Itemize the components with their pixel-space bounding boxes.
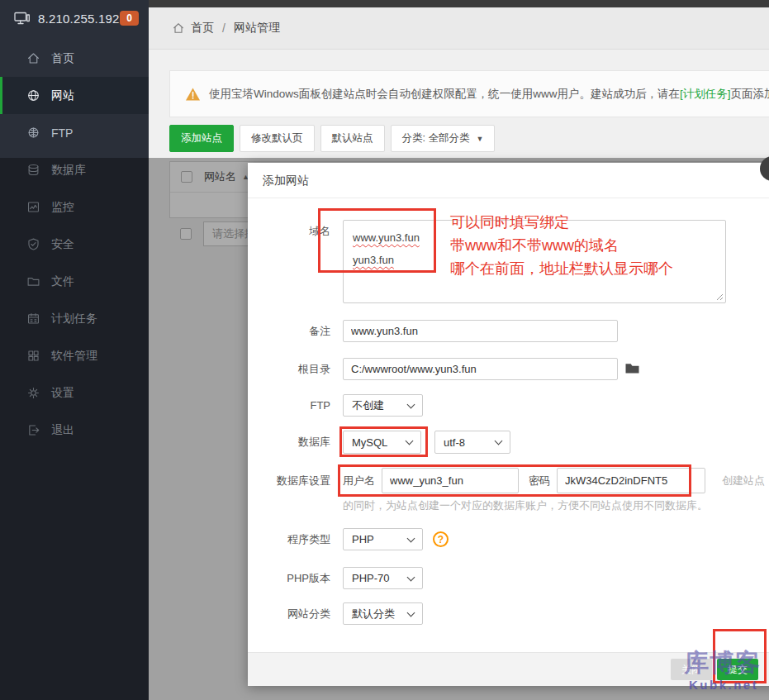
category-filter-dropdown[interactable]: 分类: 全部分类 ▼: [391, 125, 496, 152]
default-site-button[interactable]: 默认站点: [320, 125, 385, 152]
folder-picker-icon[interactable]: [624, 361, 640, 374]
ftp-label: FTP: [248, 394, 330, 417]
database-type-select[interactable]: MySQL: [343, 431, 421, 454]
notice-banner: 使用宝塔Windows面板创建站点时会自动创建权限配置，统一使用www用户。建站…: [169, 70, 769, 117]
php-version-value: PHP-70: [352, 572, 390, 584]
site-category-select[interactable]: 默认分类: [343, 602, 423, 625]
annotation-note: 可以同时填写绑定 带www和不带www的域名 哪个在前面，地址栏默认显示哪个: [450, 211, 673, 280]
chevron-down-icon: [407, 609, 415, 617]
db-settings-inputs: 用户名 密码 创建站点: [343, 468, 765, 493]
db-user-input[interactable]: [382, 468, 519, 493]
root-path-input[interactable]: [343, 358, 618, 380]
sidebar-item-label: 首页: [51, 51, 74, 66]
db-help-line1: 创建站点: [722, 468, 765, 493]
db-pass-label: 密码: [529, 468, 550, 493]
db-settings-fields: 用户名 密码 创建站点 的同时，为站点创建一个对应的数据库账户，方便不同站点使用…: [343, 468, 765, 512]
add-site-button[interactable]: 添加站点: [169, 125, 234, 152]
resize-handle-icon[interactable]: [715, 293, 724, 301]
app-type-select[interactable]: PHP: [343, 528, 423, 550]
form-row-ftp: FTP 不创建: [248, 394, 769, 417]
form-row-db-settings: 数据库设置 用户名 密码 创建站点 的同时，为站点创建一个对应的数据库账户，方便…: [248, 468, 769, 512]
sidebar-item-label: FTP: [51, 126, 73, 140]
annotation-line: 可以同时填写绑定: [450, 211, 673, 234]
breadcrumb-current: 网站管理: [234, 21, 280, 36]
ftp-select-value: 不创建: [352, 398, 384, 413]
sidebar-item-label: 网站: [51, 88, 74, 103]
sidebar-item-home[interactable]: 首页: [0, 40, 149, 77]
add-site-modal: 添加网站 × 域名 www.yun3.fun yun3.fun 可以同时填写绑定…: [248, 163, 769, 686]
db-pass-input[interactable]: [557, 468, 705, 493]
globe-icon: [26, 88, 40, 102]
submit-button[interactable]: 提交: [717, 659, 758, 680]
root-label: 根目录: [248, 358, 330, 380]
db-settings-label: 数据库设置: [248, 468, 330, 493]
notice-text-before: 使用宝塔Windows面板创建站点时会自动创建权限配置，统一使用www用户。建站…: [209, 87, 680, 102]
breadcrumb-home[interactable]: 首页: [191, 21, 214, 36]
domain-label: 域名: [248, 220, 330, 242]
modal-footer: 关闭 提交: [248, 652, 769, 686]
app-type-label: 程序类型: [248, 528, 330, 550]
sidebar-item-ftp[interactable]: FTP: [0, 114, 149, 151]
warning-icon: [185, 87, 201, 102]
site-category-value: 默认分类: [352, 607, 395, 621]
ftp-icon: [26, 126, 40, 140]
form-row-remark: 备注: [248, 320, 769, 342]
annotation-line: 带www和不带www的域名: [450, 234, 673, 257]
category-filter-label: 分类: 全部分类: [402, 131, 470, 145]
db-user-label: 用户名: [343, 468, 375, 493]
form-row-site-category: 网站分类 默认分类: [248, 602, 769, 625]
server-info[interactable]: 8.210.255.192 0: [0, 0, 149, 36]
notice-link-cron[interactable]: [计划任务]: [680, 87, 731, 102]
database-charset-value: utf-8: [444, 436, 465, 449]
db-help-line2: 的同时，为站点创建一个对应的数据库账户，方便不同站点使用不同数据库。: [343, 498, 765, 512]
remark-input[interactable]: [343, 320, 618, 342]
chevron-down-icon: [407, 535, 415, 543]
modal-title: 添加网站: [248, 163, 769, 198]
toolbar: 添加站点 修改默认页 默认站点 分类: 全部分类 ▼: [169, 125, 495, 152]
form-row-app-type: 程序类型 PHP ?: [248, 528, 769, 550]
breadcrumb-home-icon: [172, 21, 185, 35]
form-row-php-version: PHP版本 PHP-70: [248, 567, 769, 589]
close-button[interactable]: 关闭: [671, 659, 712, 680]
form-row-database: 数据库 MySQL utf-8: [248, 431, 769, 454]
database-charset-select[interactable]: utf-8: [434, 431, 510, 454]
ftp-select[interactable]: 不创建: [343, 394, 423, 417]
dropdown-caret-icon: ▼: [476, 135, 483, 143]
form-row-domain: 域名 www.yun3.fun yun3.fun 可以同时填写绑定 带www和不…: [248, 220, 769, 303]
modify-default-page-button[interactable]: 修改默认页: [240, 125, 315, 152]
remark-label: 备注: [248, 320, 330, 342]
top-strip: [149, 0, 769, 7]
database-type-value: MySQL: [352, 436, 387, 449]
help-icon[interactable]: ?: [433, 531, 449, 547]
add-site-form: 域名 www.yun3.fun yun3.fun 可以同时填写绑定 带www和不…: [248, 198, 769, 625]
breadcrumb-separator: /: [222, 21, 225, 35]
annotation-line: 哪个在前面，地址栏默认显示哪个: [450, 257, 673, 280]
php-version-label: PHP版本: [248, 567, 330, 589]
home-icon: [26, 51, 40, 65]
domain-line-2: yun3.fun: [353, 249, 394, 271]
chevron-down-icon: [407, 401, 415, 409]
sidebar-item-website[interactable]: 网站: [0, 77, 149, 114]
chevron-down-icon: [495, 437, 503, 445]
breadcrumb: 首页 / 网站管理: [149, 7, 769, 50]
domain-line-1: www.yun3.fun: [353, 226, 420, 249]
notice-text-after: 页面添加定时备份任务: [731, 87, 769, 102]
server-monitor-icon: [13, 10, 31, 26]
server-ip: 8.210.255.192: [38, 12, 120, 26]
chevron-down-icon: [407, 574, 415, 582]
site-category-label: 网站分类: [248, 602, 330, 625]
app-type-value: PHP: [352, 533, 374, 545]
form-row-root: 根目录: [248, 358, 769, 380]
php-version-select[interactable]: PHP-70: [343, 567, 423, 589]
database-label: 数据库: [248, 431, 330, 453]
bt-panel-screen: 8.210.255.192 0 首页 网站 FTP 数据库 监控: [0, 0, 769, 700]
chevron-down-icon: [406, 437, 414, 445]
message-count-badge[interactable]: 0: [120, 11, 139, 26]
